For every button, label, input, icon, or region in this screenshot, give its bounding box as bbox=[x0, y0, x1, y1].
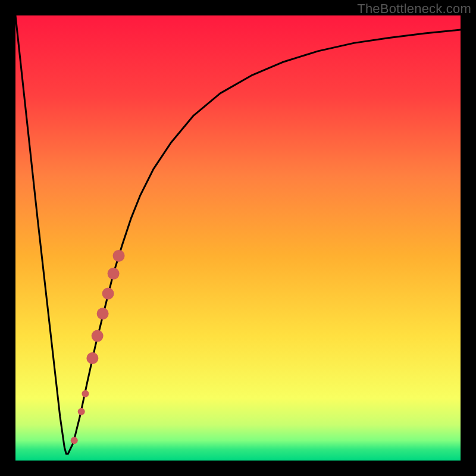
highlight-point bbox=[86, 352, 98, 364]
highlight-point bbox=[71, 437, 78, 444]
chart-container: TheBottleneck.com bbox=[0, 0, 476, 476]
highlight-point bbox=[113, 250, 125, 262]
highlight-point bbox=[92, 330, 104, 342]
highlight-point bbox=[108, 268, 120, 280]
highlight-point bbox=[102, 288, 114, 300]
bottleneck-chart bbox=[0, 0, 476, 476]
watermark-label: TheBottleneck.com bbox=[357, 1, 471, 17]
highlight-point bbox=[82, 390, 89, 397]
highlight-point bbox=[97, 308, 109, 320]
highlight-point bbox=[78, 408, 85, 415]
